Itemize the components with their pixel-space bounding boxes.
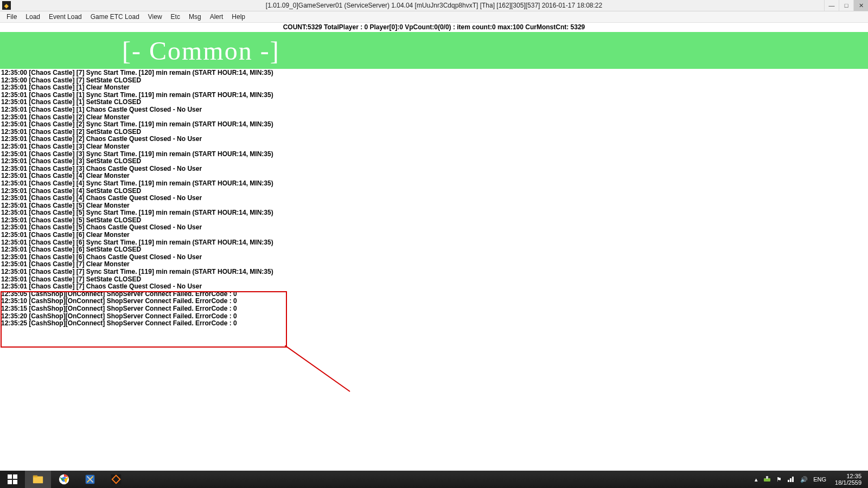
svg-line-0: [285, 345, 350, 391]
log-line: 12:35:01 [Chaos Castle] [3] Clear Monste…: [1, 143, 867, 151]
close-button[interactable]: ✕: [853, 0, 868, 11]
tray-show-hidden-icon[interactable]: ▴: [755, 476, 758, 483]
menu-help[interactable]: Help: [227, 13, 250, 21]
window-controls: — □ ✕: [824, 0, 868, 11]
log-line: 12:35:01 [Chaos Castle] [7] Clear Monste…: [1, 261, 867, 268]
start-button[interactable]: [0, 471, 25, 488]
menu-load[interactable]: Load: [21, 13, 44, 21]
log-line: 12:35:01 [Chaos Castle] [4] Clear Monste…: [1, 172, 867, 180]
tray-volume-icon[interactable]: 🔊: [800, 476, 808, 483]
log-line: 12:35:01 [Chaos Castle] [5] Clear Monste…: [1, 202, 867, 210]
log-line: 12:35:10 [CashShop][OnConnect] ShopServe…: [1, 298, 867, 305]
log-line: 12:35:01 [Chaos Castle] [1] Sync Start T…: [1, 92, 867, 99]
menu-alert[interactable]: Alert: [206, 13, 228, 21]
folder-icon: [32, 473, 44, 485]
svg-rect-5: [33, 477, 43, 484]
svg-rect-4: [13, 480, 17, 484]
clock-date: 18/1/2559: [835, 479, 861, 486]
log-line: 12:35:01 [Chaos Castle] [2] Clear Monste…: [1, 114, 867, 121]
menu-bar: File Load Event Load Game ETC Load View …: [0, 11, 868, 23]
log-line: 12:35:01 [Chaos Castle] [2] Chaos Castle…: [1, 136, 867, 143]
log-line: 12:35:01 [Chaos Castle] [1] SetState CLO…: [1, 99, 867, 106]
chrome-icon: [58, 473, 70, 485]
svg-rect-13: [788, 480, 789, 482]
log-line: 12:35:01 [Chaos Castle] [2] Sync Start T…: [1, 121, 867, 129]
tools-icon: [84, 473, 96, 485]
window-title: [1.01.09_0]GameServer01 (ServiceServer) …: [0, 2, 868, 9]
log-line: 12:35:01 [Chaos Castle] [4] Sync Start T…: [1, 180, 867, 188]
taskbar-app-explorer[interactable]: [25, 471, 51, 488]
log-line: 12:35:20 [CashShop][OnConnect] ShopServe…: [1, 313, 867, 320]
svg-rect-2: [13, 474, 17, 479]
log-area[interactable]: 12:35:00 [Chaos Castle] [7] Sync Start T…: [0, 69, 868, 328]
log-line: 12:35:01 [Chaos Castle] [7] Sync Start T…: [1, 268, 867, 276]
window-titlebar: ◆ [1.01.09_0]GameServer01 (ServiceServer…: [0, 0, 868, 11]
taskbar-clock[interactable]: 12:35 18/1/2559: [832, 473, 865, 486]
arrow-annotation: [285, 345, 372, 410]
menu-file[interactable]: File: [2, 13, 21, 21]
log-line: 12:35:01 [Chaos Castle] [6] Clear Monste…: [1, 232, 867, 239]
svg-rect-14: [790, 478, 792, 482]
taskbar-app-gameserver[interactable]: [103, 471, 129, 488]
log-line: 12:35:01 [Chaos Castle] [5] SetState CLO…: [1, 217, 867, 224]
log-line: 12:35:01 [Chaos Castle] [4] Chaos Castle…: [1, 195, 867, 202]
menu-game-etc-load[interactable]: Game ETC Load: [86, 13, 144, 21]
log-line: 12:35:01 [Chaos Castle] [6] Chaos Castle…: [1, 254, 867, 261]
gameserver-icon: [110, 473, 122, 485]
log-line: 12:35:25 [CashShop][OnConnect] ShopServe…: [1, 320, 867, 328]
log-line: 12:35:05 [CashShop][OnConnect] ShopServe…: [1, 291, 867, 298]
svg-rect-3: [8, 480, 12, 484]
log-line: 12:35:01 [Chaos Castle] [1] Chaos Castle…: [1, 106, 867, 114]
maximize-button[interactable]: □: [839, 0, 853, 11]
menu-etc[interactable]: Etc: [167, 13, 184, 21]
system-tray: ▴ ⚑ 🔊 ENG 12:35 18/1/2559: [751, 473, 868, 486]
svg-rect-15: [792, 477, 794, 482]
log-line: 12:35:01 [Chaos Castle] [5] Chaos Castle…: [1, 224, 867, 232]
log-line: 12:35:00 [Chaos Castle] [7] SetState CLO…: [1, 77, 867, 85]
log-banner: [- Common -]: [0, 32, 868, 69]
minimize-button[interactable]: —: [824, 0, 839, 11]
svg-rect-6: [33, 476, 37, 478]
log-line: 12:35:01 [Chaos Castle] [3] Chaos Castle…: [1, 165, 867, 173]
menu-event-load[interactable]: Event Load: [44, 13, 86, 21]
menu-msg[interactable]: Msg: [184, 13, 206, 21]
tray-network-icon[interactable]: [787, 475, 795, 484]
tray-safe-remove-icon[interactable]: [763, 475, 771, 484]
log-line: 12:35:00 [Chaos Castle] [7] Sync Start T…: [1, 69, 867, 77]
menu-view[interactable]: View: [144, 13, 167, 21]
tray-flag-icon[interactable]: ⚑: [776, 476, 782, 483]
banner-text: [- Common -]: [122, 36, 280, 66]
taskbar: ▴ ⚑ 🔊 ENG 12:35 18/1/2559: [0, 471, 868, 488]
windows-logo-icon: [8, 474, 17, 484]
log-line: 12:35:01 [Chaos Castle] [3] SetState CLO…: [1, 158, 867, 165]
log-line: 12:35:01 [Chaos Castle] [1] Clear Monste…: [1, 84, 867, 92]
server-status-line: COUNT:5329 TotalPlayer : 0 Player[0]:0 V…: [0, 23, 868, 32]
log-line: 12:35:01 [Chaos Castle] [2] SetState CLO…: [1, 129, 867, 136]
svg-rect-12: [766, 476, 768, 479]
clock-time: 12:35: [835, 473, 861, 479]
log-line: 12:35:01 [Chaos Castle] [6] Sync Start T…: [1, 239, 867, 247]
log-line: 12:35:01 [Chaos Castle] [4] SetState CLO…: [1, 188, 867, 195]
log-line: 12:35:01 [Chaos Castle] [7] Chaos Castle…: [1, 283, 867, 291]
log-line: 12:35:01 [Chaos Castle] [5] Sync Start T…: [1, 209, 867, 217]
log-line: 12:35:15 [CashShop][OnConnect] ShopServe…: [1, 305, 867, 313]
taskbar-app-chrome[interactable]: [51, 471, 77, 488]
taskbar-app-tools[interactable]: [77, 471, 103, 488]
log-line: 12:35:01 [Chaos Castle] [6] SetState CLO…: [1, 246, 867, 254]
log-line: 12:35:01 [Chaos Castle] [3] Sync Start T…: [1, 151, 867, 158]
log-line: 12:35:01 [Chaos Castle] [7] SetState CLO…: [1, 276, 867, 284]
svg-rect-1: [8, 474, 12, 479]
tray-language[interactable]: ENG: [813, 476, 826, 483]
